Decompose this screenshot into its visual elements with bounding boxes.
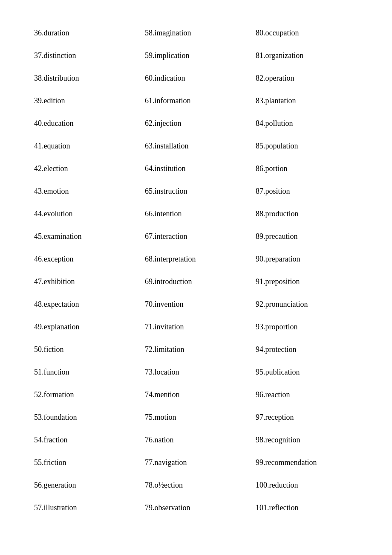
list-item: 85.population	[256, 139, 358, 154]
list-item: 101.reflection	[256, 500, 358, 515]
list-item: 88.production	[256, 206, 358, 221]
list-item: 76.nation	[145, 433, 247, 447]
list-item: 84.pollution	[256, 116, 358, 131]
list-item: 96.reaction	[256, 387, 358, 402]
list-item: 75.motion	[145, 410, 247, 425]
list-item: 54.fraction	[34, 433, 136, 447]
list-item: 63.installation	[145, 139, 247, 154]
list-item: 41.equation	[34, 139, 136, 154]
list-item: 71.invitation	[145, 320, 247, 334]
list-item: 57.illustration	[34, 500, 136, 515]
list-item: 36.duration	[34, 26, 136, 41]
list-item: 94.protection	[256, 342, 358, 357]
list-item: 77.navigation	[145, 455, 247, 470]
list-item: 61.information	[145, 93, 247, 108]
list-item: 45.examination	[34, 229, 136, 244]
list-item: 50.fiction	[34, 342, 136, 357]
list-item: 81.organization	[256, 48, 358, 63]
list-item: 80.occupation	[256, 26, 358, 41]
list-item: 37.distinction	[34, 48, 136, 63]
list-item: 51.function	[34, 365, 136, 380]
list-item: 39.edition	[34, 93, 136, 108]
list-item: 43.emotion	[34, 184, 136, 199]
list-item: 74.mention	[145, 387, 247, 402]
list-item: 79.observation	[145, 500, 247, 515]
list-item: 56.generation	[34, 478, 136, 493]
list-item: 44.evolution	[34, 206, 136, 221]
list-item: 59.implication	[145, 48, 247, 63]
list-item: 49.explanation	[34, 320, 136, 334]
list-item: 38.distribution	[34, 71, 136, 86]
list-item: 60.indication	[145, 71, 247, 86]
list-item: 83.plantation	[256, 93, 358, 108]
list-item: 52.formation	[34, 387, 136, 402]
list-item: 42.election	[34, 161, 136, 176]
list-item: 95.publication	[256, 365, 358, 380]
list-item: 92.pronunciation	[256, 297, 358, 312]
list-item: 55.friction	[34, 455, 136, 470]
list-item: 70.invention	[145, 297, 247, 312]
list-item: 65.instruction	[145, 184, 247, 199]
list-item: 97.reception	[256, 410, 358, 425]
list-item: 67.interaction	[145, 229, 247, 244]
list-item: 91.preposition	[256, 274, 358, 289]
list-item: 82.operation	[256, 71, 358, 86]
list-item: 93.proportion	[256, 320, 358, 334]
list-item: 62.injection	[145, 116, 247, 131]
list-item: 53.foundation	[34, 410, 136, 425]
list-item: 73.location	[145, 365, 247, 380]
list-item: 100.reduction	[256, 478, 358, 493]
list-item: 72.limitation	[145, 342, 247, 357]
list-item: 48.expectation	[34, 297, 136, 312]
list-item: 68.interpretation	[145, 252, 247, 267]
list-item: 87.position	[256, 184, 358, 199]
list-item: 99.recommendation	[256, 455, 358, 470]
list-item: 66.intention	[145, 206, 247, 221]
list-item: 40.education	[34, 116, 136, 131]
list-item: 89.precaution	[256, 229, 358, 244]
word-list: 36.duration58.imagination80.occupation37…	[34, 26, 358, 515]
list-item: 69.introduction	[145, 274, 247, 289]
list-item: 58.imagination	[145, 26, 247, 41]
list-item: 90.preparation	[256, 252, 358, 267]
list-item: 86.portion	[256, 161, 358, 176]
list-item: 47.exhibition	[34, 274, 136, 289]
list-item: 64.institution	[145, 161, 247, 176]
list-item: 78.o½ection	[145, 478, 247, 493]
list-item: 46.exception	[34, 252, 136, 267]
list-item: 98.recognition	[256, 433, 358, 447]
